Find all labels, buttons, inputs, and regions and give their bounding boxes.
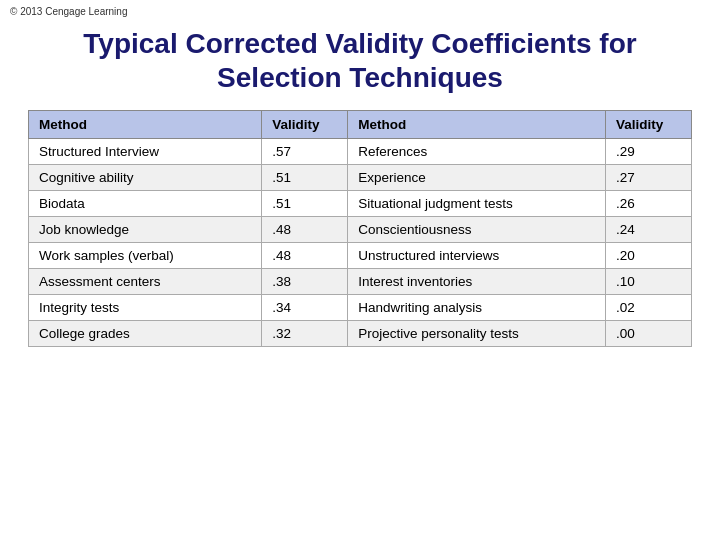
validity-table: Method Validity Method Validity Structur… (28, 110, 692, 347)
table-cell: .51 (262, 191, 348, 217)
table-row: Biodata.51Situational judgment tests.26 (29, 191, 692, 217)
table-row: Job knowledge.48Conscientiousness.24 (29, 217, 692, 243)
table-cell: .48 (262, 217, 348, 243)
table-cell: .26 (606, 191, 692, 217)
data-table-container: Method Validity Method Validity Structur… (0, 110, 720, 347)
table-header-row: Method Validity Method Validity (29, 111, 692, 139)
table-cell: Structured Interview (29, 139, 262, 165)
table-cell: Job knowledge (29, 217, 262, 243)
table-cell: Interest inventories (348, 269, 606, 295)
table-cell: Situational judgment tests (348, 191, 606, 217)
page-title: Typical Corrected Validity Coefficients … (0, 17, 720, 110)
table-cell: Integrity tests (29, 295, 262, 321)
table-row: Work samples (verbal).48Unstructured int… (29, 243, 692, 269)
table-cell: Handwriting analysis (348, 295, 606, 321)
table-cell: College grades (29, 321, 262, 347)
col-header-method2: Method (348, 111, 606, 139)
table-row: College grades.32Projective personality … (29, 321, 692, 347)
table-cell: Work samples (verbal) (29, 243, 262, 269)
table-row: Assessment centers.38Interest inventorie… (29, 269, 692, 295)
table-cell: .00 (606, 321, 692, 347)
table-row: Structured Interview.57References.29 (29, 139, 692, 165)
col-header-validity1: Validity (262, 111, 348, 139)
table-cell: Cognitive ability (29, 165, 262, 191)
table-cell: .20 (606, 243, 692, 269)
table-cell: .24 (606, 217, 692, 243)
table-row: Cognitive ability.51Experience.27 (29, 165, 692, 191)
table-cell: .38 (262, 269, 348, 295)
table-cell: Experience (348, 165, 606, 191)
table-cell: .02 (606, 295, 692, 321)
table-cell: .34 (262, 295, 348, 321)
table-cell: .10 (606, 269, 692, 295)
table-cell: .32 (262, 321, 348, 347)
table-cell: .57 (262, 139, 348, 165)
table-cell: Biodata (29, 191, 262, 217)
col-header-method1: Method (29, 111, 262, 139)
col-header-validity2: Validity (606, 111, 692, 139)
table-cell: Conscientiousness (348, 217, 606, 243)
table-cell: .27 (606, 165, 692, 191)
table-cell: .29 (606, 139, 692, 165)
table-cell: References (348, 139, 606, 165)
table-body: Structured Interview.57References.29Cogn… (29, 139, 692, 347)
table-cell: Unstructured interviews (348, 243, 606, 269)
table-cell: .51 (262, 165, 348, 191)
copyright-text: © 2013 Cengage Learning (0, 0, 720, 17)
table-cell: Projective personality tests (348, 321, 606, 347)
table-cell: .48 (262, 243, 348, 269)
table-row: Integrity tests.34Handwriting analysis.0… (29, 295, 692, 321)
table-cell: Assessment centers (29, 269, 262, 295)
